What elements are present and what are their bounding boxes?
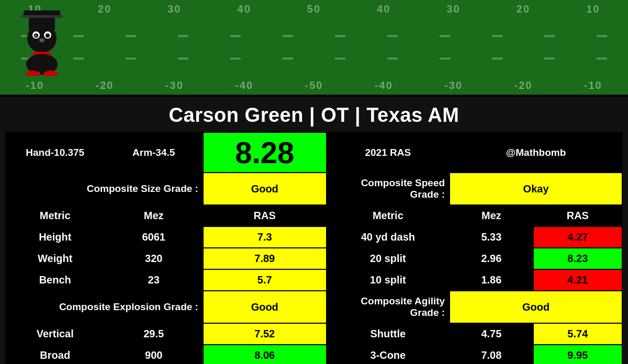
hash-marks-mid — [0, 58, 628, 60]
player-name: Carson Green — [169, 104, 304, 126]
svg-point-8 — [39, 38, 44, 42]
svg-text:+: + — [35, 33, 37, 38]
stats-table: Hand-10.375 Arm-34.5 8.28 2021 RAS @Math… — [5, 132, 623, 364]
score-row: Hand-10.375 Arm-34.5 8.28 2021 RAS @Math… — [6, 132, 622, 173]
composite-size-speed: Composite Size Grade : Good Composite Sp… — [6, 173, 622, 205]
player-title: Carson Green | OT | Texas AM — [0, 97, 628, 132]
svg-rect-13 — [21, 15, 63, 18]
banner: 10 20 30 40 50 40 30 20 10 -10 -20 -30 -… — [0, 0, 628, 97]
mascot: + — [10, 5, 73, 78]
player-school: Texas AM — [366, 104, 459, 126]
hash-marks-top — [0, 35, 628, 37]
col-headers: Metric Mez RAS Metric Mez RAS — [6, 205, 622, 226]
data-row-0: Height 6061 7.3 40 yd dash 5.33 4.27 — [6, 226, 622, 248]
content: Carson Green | OT | Texas AM Hand-10.375… — [0, 97, 628, 364]
yard-numbers-top: 10 20 30 40 50 40 30 20 10 — [0, 3, 628, 15]
exp-agi-row-0: Vertical 29.5 7.52 Shuttle 4.75 5.74 — [6, 323, 622, 345]
player-position: OT — [321, 104, 349, 126]
exp-agi-row-1: Broad 900 8.06 3-Cone 7.08 9.95 — [6, 345, 622, 364]
data-row-2: Bench 23 5.7 10 split 1.86 4.21 — [6, 269, 622, 291]
svg-point-6 — [46, 33, 50, 38]
data-row-1: Weight 320 7.89 20 split 2.96 8.23 — [6, 248, 622, 269]
yard-numbers-bottom: -10 -20 -30 -40 -50 -40 -30 -20 -10 — [0, 79, 628, 92]
composite-explosion-agility: Composite Explosion Grade : Good Composi… — [6, 291, 622, 323]
